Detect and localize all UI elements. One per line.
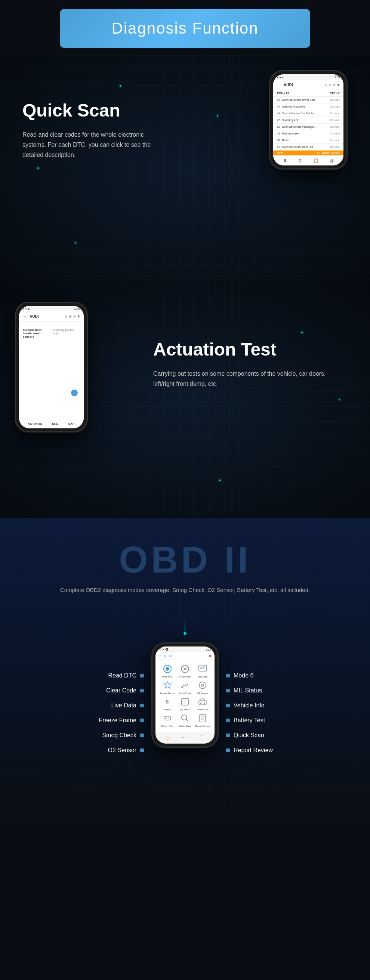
table-row: 47 - Sound System No code	[273, 117, 343, 124]
feature-live-data: Live Data	[15, 702, 144, 709]
feature-dot	[140, 689, 144, 692]
quick-scan-title: Quick Scan	[22, 100, 164, 121]
obd-app-row: 6 Mode 6 MIL Status	[158, 696, 212, 711]
table-row: 52 - Door Electronics Passenge... No cod…	[273, 124, 343, 130]
obd-phone-nav: ⌂ ← ⋮	[155, 732, 215, 744]
nav-back[interactable]: ←	[181, 734, 187, 741]
actuation-section: ● ● ▲ 12:00 ← AUDI ⊡⊞✉✱	[0, 287, 370, 519]
ecu-header: ECUs 19 DTCs 2	[273, 90, 343, 97]
obd-app-grid: Read DTC Clear Code	[155, 660, 215, 732]
svg-line-22	[186, 719, 188, 722]
svg-point-8	[199, 682, 206, 689]
header-banner: Diagnosis Function	[0, 0, 370, 55]
obd-title: OBD II	[15, 541, 355, 578]
feature-dot	[226, 719, 230, 722]
phone-bottom-bar: ⏸ 🗑 📋 🖨	[273, 155, 343, 165]
table-row: 42 - Door Electronics Driver Side No cod…	[273, 97, 343, 103]
obd-feature-layout: Read DTC Clear Code Live Data Freeze Fra…	[15, 643, 355, 762]
quick-scan-text-block: Quick Scan Read and clear codes for the …	[22, 78, 164, 160]
obd-app-smog-check[interactable]: Smog Check	[176, 679, 194, 694]
feature-battery-test: Battery Test	[226, 717, 355, 724]
quick-scan-phone: ● ● ▲ 11:56 ← AUDI ⊡⊞✉✱ ECUs 19 DTCs	[269, 70, 348, 170]
actuation-field-label: Exterior door handle touch sensors	[23, 328, 50, 338]
quick-scan-description: Read and clear codes for the whole elect…	[22, 130, 164, 160]
actuation-title: Actuation Test	[153, 339, 348, 360]
nav-menu[interactable]: ⋮	[199, 734, 205, 741]
svg-rect-13	[199, 700, 206, 705]
table-row: 62 - Door Electronics Rear Left No code	[273, 144, 343, 151]
obd-right-features: Mode 6 MIL Status Vehicle Info Battery T…	[226, 643, 355, 762]
feature-clear-code: Clear Code	[15, 687, 144, 694]
obd-app-vehicle-info[interactable]: Vehicle Info	[194, 696, 212, 711]
feature-dot	[226, 689, 230, 692]
obd-app-battery-test[interactable]: Battery Test	[158, 712, 176, 727]
obd-app-quick-scan[interactable]: Quick Scan	[176, 712, 194, 727]
svg-point-21	[182, 715, 187, 720]
table-row: 44 - Steering Assistance No code	[273, 103, 343, 110]
actuation-footer[interactable]: ACTIVATE END EXIT	[19, 418, 84, 428]
progress-bar: 45/54 69 · Trailer Function	[273, 151, 343, 155]
obd-app-live-data[interactable]: Live Data	[194, 663, 212, 678]
actuation-description: Carrying out tests on some components of…	[153, 369, 348, 389]
obd-left-features: Read DTC Clear Code Live Data Freeze Fra…	[15, 643, 144, 762]
exit-button[interactable]: EXIT	[69, 422, 75, 425]
feature-mode6: Mode 6	[226, 672, 355, 679]
feature-dot	[226, 674, 230, 678]
obd-connector	[15, 617, 355, 635]
obd-app-read-dtc[interactable]: Read DTC	[158, 663, 176, 678]
feature-dot	[140, 719, 144, 722]
obd-app-freeze-frame[interactable]: Freeze Frame	[158, 679, 176, 694]
feature-read-dtc: Read DTC	[15, 672, 144, 679]
end-button[interactable]: END	[52, 422, 59, 425]
table-row: 46 - Central Module Comfort Sy... No cod…	[273, 110, 343, 117]
feature-dot	[226, 733, 230, 737]
svg-point-15	[204, 703, 205, 704]
table-row: 53 - Parking Brake No code	[273, 130, 343, 137]
obd-phone-status-bar: ⊡ ✷ 🔇 3:12	[155, 646, 215, 652]
feature-quick-scan: Quick Scan	[226, 732, 355, 739]
actuation-text-block: Actuation Test Carrying out tests on som…	[153, 309, 348, 389]
page-title: Diagnosis Function	[75, 19, 295, 37]
feature-report-review: Report Review	[226, 747, 355, 754]
svg-point-14	[200, 703, 201, 704]
obd-app-clear-code[interactable]: Clear Code	[176, 663, 194, 678]
activate-button[interactable]: ACTIVATE	[28, 422, 42, 425]
phone-app-header: ← AUDI ⊡⊞✉✱	[273, 80, 343, 90]
svg-point-12	[185, 703, 185, 704]
obd-phone: ⊡ ✷ 🔇 3:12 ⊡⊞✉ ✱	[152, 643, 218, 748]
phone-status-bar-2: ● ● ▲ 12:00	[19, 306, 84, 312]
obd-subtitle: Complete OBD2 diagnosis modes coverage, …	[15, 585, 355, 595]
svg-point-9	[201, 684, 204, 686]
svg-point-1	[166, 667, 169, 671]
feature-dot	[226, 704, 230, 707]
actuation-screen-content: Exterior door handle touch sensors Runni…	[19, 321, 84, 418]
obd-phone-header: ⊡⊞✉ ✱	[155, 652, 215, 660]
svg-marker-6	[164, 681, 171, 688]
obd-app-o2-sensor[interactable]: O2 Sensor	[194, 679, 212, 694]
feature-freeze-frame: Freeze Frame	[15, 717, 144, 724]
obd-app-mil-status[interactable]: MIL Status	[176, 696, 194, 711]
feature-dot	[140, 733, 144, 737]
loading-indicator	[71, 390, 78, 396]
nav-home[interactable]: ⌂	[165, 734, 169, 741]
svg-rect-17	[171, 718, 171, 719]
feature-mil-status: MIL Status	[226, 687, 355, 694]
obd-section: OBD II Complete OBD2 diagnosis modes cov…	[0, 519, 370, 822]
feature-dot	[140, 748, 144, 752]
obd-app-row: Read DTC Clear Code	[158, 663, 212, 678]
phone-status-bar: ● ● ▲ 11:56	[273, 74, 343, 80]
feature-dot	[226, 748, 230, 752]
quick-scan-section: Quick Scan Read and clear codes for the …	[0, 55, 370, 287]
feature-vehicle-info: Vehicle Info	[226, 702, 355, 709]
phone-app-header-2: ← AUDI ⊡⊞✉✱	[19, 312, 84, 321]
obd-app-row: Freeze Frame Smog Check	[158, 679, 212, 694]
obd-app-mode6[interactable]: 6 Mode 6	[158, 696, 176, 711]
obd-app-row: Battery Test Quick Scan	[158, 712, 212, 727]
feature-o2-sensor: O2 Sensor	[15, 747, 144, 754]
feature-dot	[140, 674, 144, 678]
svg-rect-16	[164, 716, 171, 720]
obd-app-report-review[interactable]: Report Review	[194, 712, 212, 727]
table-row: 56 - Radio No code	[273, 137, 343, 144]
svg-point-7	[181, 687, 183, 688]
feature-dot	[140, 704, 144, 707]
